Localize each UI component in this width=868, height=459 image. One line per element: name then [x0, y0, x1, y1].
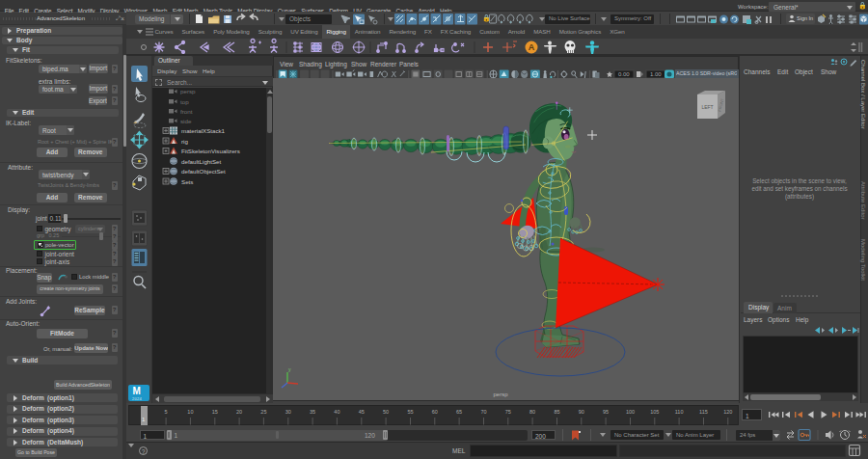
svg-text:60: 60	[432, 409, 438, 415]
svg-text:10: 10	[187, 409, 193, 415]
svg-text:20: 20	[236, 409, 242, 415]
svg-text:LEFT: LEFT	[701, 104, 713, 110]
svg-text:95: 95	[603, 409, 609, 415]
svg-text:FitSkeletonVisualizers: FitSkeletonVisualizers	[181, 148, 240, 154]
svg-text:85: 85	[554, 409, 559, 415]
svg-text:110: 110	[675, 409, 684, 415]
svg-text:40: 40	[334, 409, 339, 415]
svg-text:defaultObjectSet: defaultObjectSet	[181, 168, 226, 175]
svg-text:persp: persp	[180, 88, 196, 94]
svg-text:rig: rig	[181, 138, 188, 145]
svg-text:100: 100	[626, 409, 635, 415]
svg-text:front: front	[180, 108, 193, 115]
svg-text:0.00: 0.00	[618, 71, 630, 77]
svg-text:70: 70	[480, 409, 486, 415]
svg-text:15: 15	[212, 409, 218, 415]
svg-text:35: 35	[310, 409, 315, 415]
svg-text:top: top	[180, 98, 189, 105]
svg-text:side: side	[180, 118, 192, 124]
svg-text:45: 45	[359, 409, 365, 415]
svg-text:90: 90	[579, 409, 584, 415]
svg-text:A: A	[529, 42, 535, 52]
svg-text:55: 55	[407, 409, 413, 415]
svg-text:defaultLightSet: defaultLightSet	[181, 158, 222, 165]
svg-text:Sets: Sets	[181, 178, 193, 185]
svg-text:5: 5	[165, 409, 168, 415]
svg-text:105: 105	[650, 409, 659, 415]
svg-text:115: 115	[699, 409, 708, 415]
svg-text:persp: persp	[493, 392, 508, 397]
svg-text:30: 30	[285, 409, 291, 415]
svg-text:120: 120	[723, 409, 732, 415]
svg-text:25: 25	[260, 409, 266, 415]
svg-text:75: 75	[505, 409, 511, 415]
svg-text:50: 50	[383, 409, 389, 415]
svg-text:80: 80	[529, 409, 535, 415]
svg-text:65: 65	[456, 409, 462, 415]
svg-text:materialXStack1: materialXStack1	[181, 127, 226, 134]
svg-text:1.00: 1.00	[650, 71, 662, 77]
